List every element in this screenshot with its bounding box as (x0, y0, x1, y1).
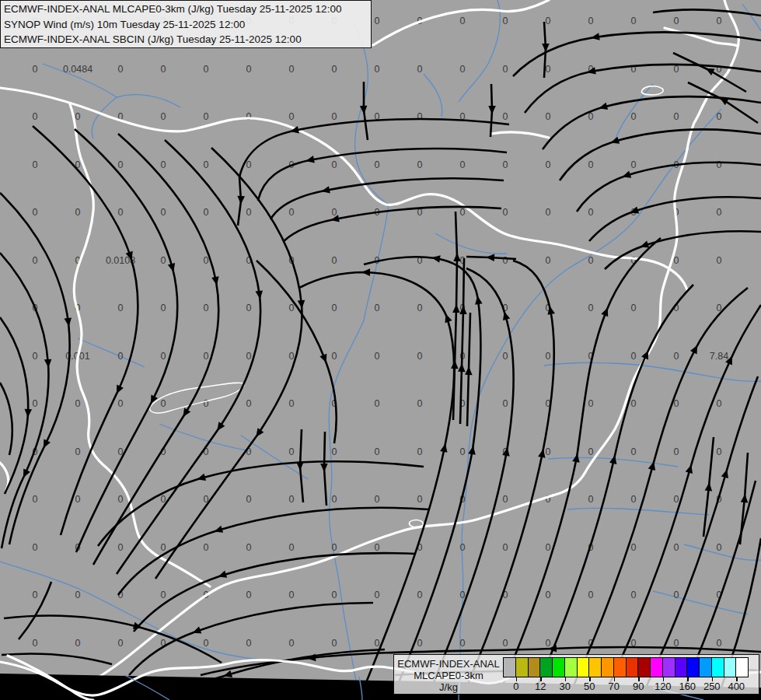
sbcin-zero-label: 0 (717, 446, 722, 457)
streamline (0, 383, 12, 455)
sbcin-zero-label: 0 (289, 638, 295, 649)
sbcin-zero-label: 0 (460, 16, 466, 26)
legend-swatch (637, 657, 651, 677)
sbcin-zero-label: 0 (546, 638, 551, 649)
streamline (490, 84, 492, 137)
sbcin-zero-label: 0 (417, 159, 423, 170)
sbcin-zero-label: 0 (33, 590, 38, 600)
sbcin-zero-label: 0 (332, 255, 337, 266)
sbcin-zero-label: 0 (375, 398, 380, 409)
sbcin-zero-label: 0 (631, 351, 637, 362)
legend-tick-label: 160 (679, 681, 696, 692)
sbcin-zero-label: 0 (246, 638, 252, 649)
sbcin-zero-label: 0 (75, 494, 81, 505)
sbcin-zero-label: 0 (204, 159, 209, 170)
streamline (258, 149, 507, 201)
legend-swatch (662, 657, 675, 677)
sbcin-zero-label: 0 (332, 111, 337, 122)
sbcin-zero-label: 0 (631, 303, 637, 313)
sbcin-zero-label: 0 (546, 446, 551, 457)
legend-swatch (735, 657, 749, 677)
sbcin-zero-label: 0 (546, 542, 551, 553)
sbcin-zero-label: 0 (588, 398, 594, 409)
sbcin-zero-label: 0 (588, 159, 594, 170)
sbcin-zero-label: 0 (631, 111, 637, 122)
sbcin-zero-label: 0 (588, 16, 594, 26)
sbcin-zero-label: 0 (375, 542, 380, 553)
sbcin-zero-label: 0 (289, 64, 295, 75)
sbcin-zero-label: 0 (204, 64, 209, 75)
sbcin-zero-label: 0 (717, 398, 722, 409)
streamline (536, 285, 693, 689)
sbcin-zero-label: 0 (161, 255, 166, 266)
sbcin-zero-label: 0 (204, 111, 209, 122)
sbcin-zero-label: 0 (289, 398, 295, 409)
sbcin-zero-label: 0 (546, 111, 551, 122)
sbcin-zero-label: 0 (161, 207, 166, 218)
sbcin-zero-label: 0 (631, 590, 637, 600)
sbcin-zero-label: 0 (33, 64, 38, 75)
sbcin-zero-label: 0 (375, 16, 380, 26)
sbcin-zero-label: 0 (375, 494, 380, 505)
sbcin-zero-label: 0 (332, 207, 337, 218)
legend-swatch (711, 657, 724, 677)
small-contour (641, 86, 663, 95)
sbcin-zero-label: 0 (674, 446, 679, 457)
legend-swatch (686, 657, 700, 677)
sbcin-zero-label: 0 (75, 590, 81, 600)
sbcin-zero-label: 0 (546, 351, 551, 362)
sbcin-zero-label: 0 (246, 351, 252, 362)
sbcin-zero-label: 0 (460, 446, 466, 457)
sbcin-zero-label: 0 (674, 255, 679, 266)
sbcin-zero-label: 0 (246, 542, 252, 553)
border-northeast-2 (665, 28, 738, 46)
sbcin-zero-label: 0 (717, 255, 722, 266)
sbcin-zero-label: 0 (118, 159, 124, 170)
sbcin-zero-label: 0 (75, 446, 81, 457)
sbcin-zero-label: 0 (631, 398, 637, 409)
border-segment (0, 463, 9, 490)
weather-map-figure: 0000000000000000000.04840000000000000000… (0, 0, 761, 700)
sbcin-zero-label: 0 (417, 590, 423, 600)
sbcin-zero-label: 0 (417, 494, 423, 505)
sbcin-zero-label: 0 (246, 398, 252, 409)
sbcin-zero-label: 0 (246, 590, 252, 600)
sbcin-zero-label: 0 (375, 64, 380, 75)
sbcin-zero-label: 0 (417, 446, 423, 457)
sbcin-zero-label: 0 (118, 303, 124, 313)
sbcin-zero-label: 0 (674, 111, 679, 122)
sbcin-zero-label: 0 (332, 590, 337, 600)
sbcin-zero-label: 0 (204, 398, 209, 409)
sbcin-zero-label: 0 (503, 16, 508, 26)
streamline (33, 126, 138, 535)
streamline (606, 305, 761, 691)
streamline (117, 140, 260, 574)
sbcin-zero-label: 0 (588, 207, 594, 218)
sbcin-zero-label: 0 (417, 351, 423, 362)
sbcin-zero-label: 0 (33, 111, 38, 122)
sbcin-zero-label: 0 (460, 638, 466, 649)
sbcin-zero-label: 0 (588, 303, 594, 313)
sbcin-zero-label: 0 (246, 303, 252, 313)
sbcin-zero-label: 0 (546, 159, 551, 170)
sbcin-zero-label: 0 (118, 638, 124, 649)
sbcin-zero-label: 0 (460, 590, 466, 600)
sbcin-zero-label: 0 (161, 542, 166, 553)
sbcin-zero-label: 0 (674, 542, 679, 553)
sbcin-zero-label: 0 (332, 351, 337, 362)
sbcin-zero-label: 0 (204, 638, 209, 649)
sbcin-zero-label: 0 (118, 494, 124, 505)
sbcin-zero-label: 0 (717, 16, 722, 26)
legend-swatch (528, 657, 541, 677)
legend-swatch (588, 657, 602, 677)
sbcin-zero-label: 0 (588, 590, 594, 600)
sbcin-zero-label: 0 (503, 351, 508, 362)
border-northeast (687, 0, 738, 149)
legend-tick-label: 12 (535, 681, 546, 692)
streamline (324, 432, 326, 506)
river (435, 233, 507, 254)
map-canvas: 0000000000000000000.04840000000000000000… (0, 0, 761, 700)
sbcin-zero-label: 0 (332, 542, 337, 553)
streamline (605, 231, 761, 269)
sbcin-zero-label: 0 (204, 207, 209, 218)
